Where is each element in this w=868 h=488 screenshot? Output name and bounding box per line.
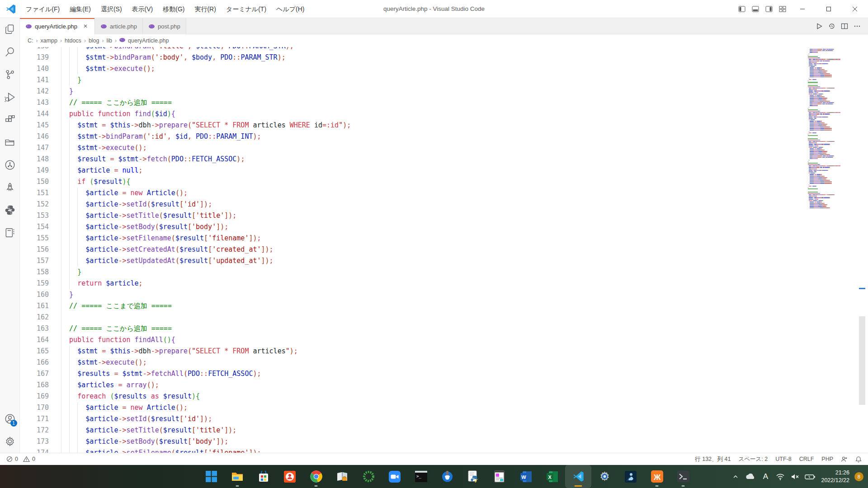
activity-project-folder-icon[interactable] xyxy=(0,131,20,154)
breadcrumb-item[interactable]: blog xyxy=(88,38,100,44)
wifi-icon[interactable] xyxy=(774,471,786,483)
close-button[interactable] xyxy=(842,0,868,18)
breadcrumb-item[interactable]: xampp xyxy=(40,38,58,44)
menu-view[interactable]: 表示(V) xyxy=(127,3,158,15)
status-language-mode[interactable]: PHP xyxy=(821,456,833,462)
menu-file[interactable]: ファイル(F) xyxy=(21,3,65,15)
taskbar-zoom-icon[interactable] xyxy=(382,465,408,488)
code-editor[interactable]: 138 $stmt->bindParam(':title', $title, P… xyxy=(20,47,868,453)
minimize-button[interactable] xyxy=(789,0,816,18)
taskbar-green-ring-app-icon[interactable] xyxy=(355,465,382,488)
breadcrumb-item[interactable]: queryArticle.php xyxy=(127,38,169,44)
breadcrumb-item[interactable]: htdocs xyxy=(64,38,82,44)
minimap[interactable] xyxy=(807,49,856,446)
minimap-line xyxy=(807,70,856,71)
minimap-line xyxy=(807,174,856,175)
indent-guide xyxy=(77,244,78,255)
toggle-secondary-sidebar-icon[interactable] xyxy=(762,3,776,15)
ime-a-icon[interactable]: A xyxy=(760,471,771,483)
battery-charging-icon[interactable] xyxy=(804,471,816,483)
indent-guide xyxy=(61,436,61,447)
activity-run-debug-icon[interactable] xyxy=(0,86,20,108)
taskbar-chrome-icon[interactable] xyxy=(303,465,329,488)
taskbar-microsoft-store-icon[interactable] xyxy=(250,465,277,488)
volume-muted-icon[interactable] xyxy=(789,471,801,483)
taskbar-command-prompt-icon[interactable]: >_ xyxy=(408,465,434,488)
minimap-line xyxy=(807,105,856,106)
activity-extensions-icon[interactable] xyxy=(0,108,20,131)
activity-python-icon[interactable] xyxy=(0,199,20,221)
activity-explorer-icon[interactable] xyxy=(0,18,20,41)
status-cursor-position[interactable]: 行 132、列 41 xyxy=(695,455,731,463)
activity-notebook-icon[interactable] xyxy=(0,221,20,244)
taskbar-notes-app-icon[interactable] xyxy=(486,465,513,488)
minimap-line xyxy=(807,57,856,58)
tab-article.php[interactable]: article.php xyxy=(95,18,143,34)
minimap-line xyxy=(807,200,856,201)
taskbar-paint-app-icon[interactable] xyxy=(434,465,460,488)
indent-guide xyxy=(61,300,61,312)
more-actions-icon[interactable] xyxy=(851,20,863,33)
taskbar-kindle-icon[interactable] xyxy=(618,465,644,488)
status-indentation[interactable]: スペース: 2 xyxy=(738,455,768,463)
line-number: 162 xyxy=(20,312,61,323)
scrollbar-thumb[interactable] xyxy=(859,316,865,405)
menu-help[interactable]: ヘルプ(H) xyxy=(271,3,309,15)
code-text: $article->setUpdatedAt($result['updated_… xyxy=(61,255,868,267)
taskbar-red-person-app-icon[interactable] xyxy=(277,465,303,488)
minimap-line xyxy=(807,113,856,114)
menu-go[interactable]: 移動(G) xyxy=(158,3,189,15)
taskbar-word-icon[interactable]: W xyxy=(513,465,539,488)
activity-git-graph-icon[interactable] xyxy=(0,154,20,176)
problems-status[interactable]: 0 0 xyxy=(6,456,35,462)
minimap-line xyxy=(807,140,856,141)
tab-post.php[interactable]: post.php xyxy=(143,18,186,34)
code-line: 171 $article->setId($result['id']); xyxy=(20,413,868,425)
taskbar-clock[interactable]: 21:26 2022/12/22 xyxy=(821,469,849,484)
taskbar-xampp-icon[interactable]: Ж xyxy=(644,465,670,488)
activity-source-control-icon[interactable] xyxy=(0,63,20,86)
toggle-panel-icon[interactable] xyxy=(749,3,762,15)
menu-selection[interactable]: 選択(S) xyxy=(96,3,127,15)
activity-settings-icon[interactable] xyxy=(0,430,20,453)
taskbar-excel-icon[interactable]: X xyxy=(539,465,565,488)
bell-icon[interactable] xyxy=(855,456,862,463)
toggle-primary-sidebar-icon[interactable] xyxy=(735,3,749,15)
minimap-line xyxy=(807,151,856,152)
notification-count-badge[interactable]: 8 xyxy=(854,472,863,481)
breadcrumb[interactable]: C:›xampp›htdocs›blog›lib›queryArticle.ph… xyxy=(20,34,868,47)
tab-close-icon[interactable]: ✕ xyxy=(82,23,89,30)
menu-terminal[interactable]: ターミナル(T) xyxy=(221,3,271,15)
code-text: $article->setFilename($result['filename'… xyxy=(61,447,868,453)
taskbar-start-icon[interactable] xyxy=(198,465,224,488)
taskbar-vscode-icon[interactable] xyxy=(565,465,591,488)
status-encoding[interactable]: UTF-8 xyxy=(775,456,791,462)
tray-chevron-up-icon[interactable] xyxy=(730,471,741,483)
customize-layout-icon[interactable] xyxy=(776,3,789,15)
taskbar-file-explorer-icon[interactable] xyxy=(224,465,250,488)
split-editor-icon[interactable] xyxy=(838,20,851,33)
onedrive-icon[interactable] xyxy=(745,471,756,483)
taskbar-windows-terminal-icon[interactable] xyxy=(670,465,696,488)
line-number: 158 xyxy=(20,267,61,278)
tab-queryArticle.php[interactable]: queryArticle.php✕ xyxy=(20,18,95,34)
indent-guide xyxy=(61,97,61,108)
status-eol[interactable]: CRLF xyxy=(799,456,814,462)
indent-guide xyxy=(69,120,70,131)
feedback-icon[interactable] xyxy=(841,456,848,462)
vertical-scrollbar[interactable] xyxy=(857,47,868,453)
run-code-icon[interactable] xyxy=(813,20,826,33)
activity-search-icon[interactable] xyxy=(0,41,20,63)
restore-button[interactable] xyxy=(816,0,842,18)
taskbar-python-idle-icon[interactable] xyxy=(460,465,486,488)
taskbar-book-briefcase-app-icon[interactable] xyxy=(329,465,355,488)
breadcrumb-item[interactable]: C: xyxy=(27,38,34,44)
taskbar-settings-icon[interactable] xyxy=(591,465,618,488)
activity-rocket-icon[interactable] xyxy=(0,176,20,199)
menu-edit[interactable]: 編集(E) xyxy=(65,3,96,15)
breadcrumb-item[interactable]: lib xyxy=(106,38,113,44)
running-indicator xyxy=(236,485,239,487)
timeline-icon[interactable] xyxy=(826,20,838,33)
activity-accounts-icon[interactable]: 1 xyxy=(0,408,20,430)
menu-run[interactable]: 実行(R) xyxy=(189,3,221,15)
